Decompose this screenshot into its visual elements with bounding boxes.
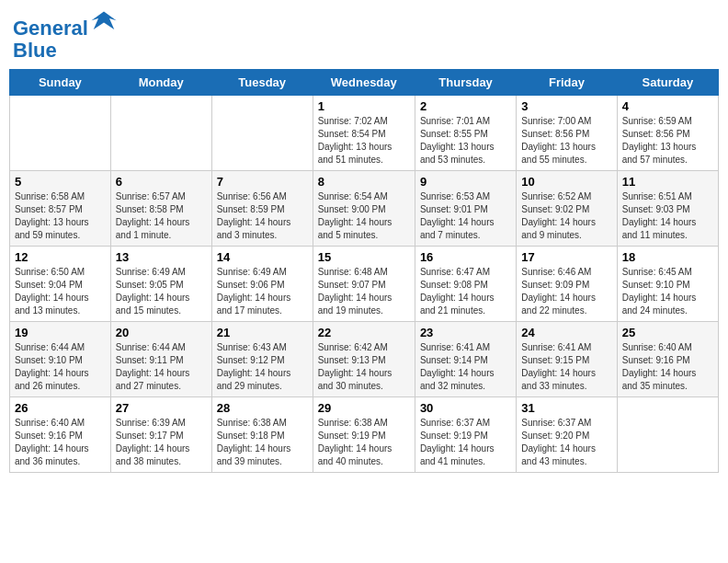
day-number: 16 [420, 250, 511, 264]
day-info: Sunrise: 6:44 AM Sunset: 9:11 PM Dayligh… [116, 341, 207, 393]
day-number: 28 [217, 401, 308, 415]
calendar-header-row: SundayMondayTuesdayWednesdayThursdayFrid… [10, 70, 719, 96]
logo-blue-text: Blue [13, 40, 118, 62]
calendar-cell: 26Sunrise: 6:40 AM Sunset: 9:16 PM Dayli… [10, 397, 111, 473]
day-info: Sunrise: 6:59 AM Sunset: 8:56 PM Dayligh… [622, 115, 713, 167]
day-of-week-header: Sunday [10, 70, 111, 96]
calendar-cell: 8Sunrise: 6:54 AM Sunset: 9:00 PM Daylig… [313, 171, 415, 247]
calendar-cell: 9Sunrise: 6:53 AM Sunset: 9:01 PM Daylig… [415, 171, 516, 247]
day-info: Sunrise: 6:42 AM Sunset: 9:13 PM Dayligh… [318, 341, 410, 393]
day-info: Sunrise: 6:38 AM Sunset: 9:18 PM Dayligh… [217, 417, 308, 468]
calendar-cell: 11Sunrise: 6:51 AM Sunset: 9:03 PM Dayli… [617, 171, 718, 247]
day-info: Sunrise: 6:52 AM Sunset: 9:02 PM Dayligh… [521, 190, 611, 242]
calendar-cell: 4Sunrise: 6:59 AM Sunset: 8:56 PM Daylig… [617, 96, 718, 171]
day-of-week-header: Monday [110, 70, 211, 96]
day-number: 25 [622, 326, 713, 339]
day-number: 9 [420, 175, 511, 189]
calendar-cell [617, 397, 718, 473]
calendar-week-row: 12Sunrise: 6:50 AM Sunset: 9:04 PM Dayli… [10, 247, 719, 322]
calendar-cell: 13Sunrise: 6:49 AM Sunset: 9:05 PM Dayli… [110, 247, 211, 322]
day-number: 24 [521, 326, 611, 339]
logo-text: General [13, 9, 118, 40]
day-number: 11 [622, 175, 713, 189]
day-info: Sunrise: 6:37 AM Sunset: 9:20 PM Dayligh… [521, 417, 611, 468]
day-number: 6 [116, 175, 207, 189]
calendar-cell: 6Sunrise: 6:57 AM Sunset: 8:58 PM Daylig… [110, 171, 211, 247]
calendar-cell: 1Sunrise: 7:02 AM Sunset: 8:54 PM Daylig… [313, 96, 415, 171]
day-number: 3 [521, 99, 611, 113]
day-number: 10 [521, 175, 611, 189]
day-info: Sunrise: 6:40 AM Sunset: 9:16 PM Dayligh… [15, 417, 106, 468]
calendar-cell: 15Sunrise: 6:48 AM Sunset: 9:07 PM Dayli… [313, 247, 415, 322]
day-info: Sunrise: 6:40 AM Sunset: 9:16 PM Dayligh… [622, 341, 713, 393]
calendar-cell: 17Sunrise: 6:46 AM Sunset: 9:09 PM Dayli… [517, 247, 617, 322]
day-of-week-header: Friday [517, 70, 617, 96]
calendar-cell: 27Sunrise: 6:39 AM Sunset: 9:17 PM Dayli… [110, 397, 211, 473]
day-info: Sunrise: 6:51 AM Sunset: 9:03 PM Dayligh… [622, 190, 713, 242]
calendar-cell: 21Sunrise: 6:43 AM Sunset: 9:12 PM Dayli… [211, 322, 313, 397]
calendar-cell: 22Sunrise: 6:42 AM Sunset: 9:13 PM Dayli… [313, 322, 415, 397]
day-info: Sunrise: 6:43 AM Sunset: 9:12 PM Dayligh… [217, 341, 308, 393]
day-info: Sunrise: 6:38 AM Sunset: 9:19 PM Dayligh… [318, 417, 410, 468]
day-of-week-header: Tuesday [211, 70, 313, 96]
day-info: Sunrise: 7:02 AM Sunset: 8:54 PM Dayligh… [318, 115, 410, 167]
calendar-cell [110, 96, 211, 171]
calendar-table: SundayMondayTuesdayWednesdayThursdayFrid… [9, 69, 719, 473]
day-number: 15 [318, 250, 410, 264]
day-info: Sunrise: 6:56 AM Sunset: 8:59 PM Dayligh… [217, 190, 308, 242]
calendar-cell: 18Sunrise: 6:45 AM Sunset: 9:10 PM Dayli… [617, 247, 718, 322]
day-number: 17 [521, 250, 611, 264]
calendar-cell: 3Sunrise: 7:00 AM Sunset: 8:56 PM Daylig… [517, 96, 617, 171]
day-of-week-header: Saturday [617, 70, 718, 96]
day-info: Sunrise: 6:49 AM Sunset: 9:05 PM Dayligh… [116, 266, 207, 317]
day-number: 29 [318, 401, 410, 415]
page-header: General Blue [9, 9, 719, 62]
day-info: Sunrise: 6:39 AM Sunset: 9:17 PM Dayligh… [116, 417, 207, 468]
calendar-cell: 2Sunrise: 7:01 AM Sunset: 8:55 PM Daylig… [415, 96, 516, 171]
calendar-cell: 5Sunrise: 6:58 AM Sunset: 8:57 PM Daylig… [10, 171, 111, 247]
day-number: 13 [116, 250, 207, 264]
day-number: 14 [217, 250, 308, 264]
day-number: 22 [318, 326, 410, 339]
day-info: Sunrise: 6:48 AM Sunset: 9:07 PM Dayligh… [318, 266, 410, 317]
calendar-cell [10, 96, 111, 171]
day-info: Sunrise: 6:54 AM Sunset: 9:00 PM Dayligh… [318, 190, 410, 242]
calendar-cell: 12Sunrise: 6:50 AM Sunset: 9:04 PM Dayli… [10, 247, 111, 322]
day-info: Sunrise: 6:58 AM Sunset: 8:57 PM Dayligh… [15, 190, 106, 242]
day-info: Sunrise: 6:37 AM Sunset: 9:19 PM Dayligh… [420, 417, 511, 468]
day-number: 26 [15, 401, 106, 415]
calendar-cell: 10Sunrise: 6:52 AM Sunset: 9:02 PM Dayli… [517, 171, 617, 247]
calendar-cell [211, 96, 313, 171]
day-number: 18 [622, 250, 713, 264]
day-number: 23 [420, 326, 511, 339]
calendar-cell: 28Sunrise: 6:38 AM Sunset: 9:18 PM Dayli… [211, 397, 313, 473]
calendar-week-row: 19Sunrise: 6:44 AM Sunset: 9:10 PM Dayli… [10, 322, 719, 397]
calendar-cell: 30Sunrise: 6:37 AM Sunset: 9:19 PM Dayli… [415, 397, 516, 473]
day-info: Sunrise: 6:50 AM Sunset: 9:04 PM Dayligh… [15, 266, 106, 317]
calendar-cell: 20Sunrise: 6:44 AM Sunset: 9:11 PM Dayli… [110, 322, 211, 397]
day-of-week-header: Thursday [415, 70, 516, 96]
day-info: Sunrise: 6:47 AM Sunset: 9:08 PM Dayligh… [420, 266, 511, 317]
day-info: Sunrise: 6:57 AM Sunset: 8:58 PM Dayligh… [116, 190, 207, 242]
calendar-cell: 24Sunrise: 6:41 AM Sunset: 9:15 PM Dayli… [517, 322, 617, 397]
day-number: 30 [420, 401, 511, 415]
day-number: 2 [420, 99, 511, 113]
day-number: 20 [116, 326, 207, 339]
day-number: 21 [217, 326, 308, 339]
day-info: Sunrise: 6:53 AM Sunset: 9:01 PM Dayligh… [420, 190, 511, 242]
day-number: 8 [318, 175, 410, 189]
day-info: Sunrise: 6:41 AM Sunset: 9:14 PM Dayligh… [420, 341, 511, 393]
calendar-cell: 25Sunrise: 6:40 AM Sunset: 9:16 PM Dayli… [617, 322, 718, 397]
day-number: 4 [622, 99, 713, 113]
day-number: 31 [521, 401, 611, 415]
day-number: 19 [15, 326, 106, 339]
day-number: 12 [15, 250, 106, 264]
day-info: Sunrise: 6:44 AM Sunset: 9:10 PM Dayligh… [15, 341, 106, 393]
day-info: Sunrise: 6:46 AM Sunset: 9:09 PM Dayligh… [521, 266, 611, 317]
day-info: Sunrise: 7:00 AM Sunset: 8:56 PM Dayligh… [521, 115, 611, 167]
day-info: Sunrise: 6:49 AM Sunset: 9:06 PM Dayligh… [217, 266, 308, 317]
logo-bird-icon [90, 9, 118, 35]
calendar-cell: 23Sunrise: 6:41 AM Sunset: 9:14 PM Dayli… [415, 322, 516, 397]
logo: General Blue [13, 9, 118, 62]
calendar-week-row: 26Sunrise: 6:40 AM Sunset: 9:16 PM Dayli… [10, 397, 719, 473]
